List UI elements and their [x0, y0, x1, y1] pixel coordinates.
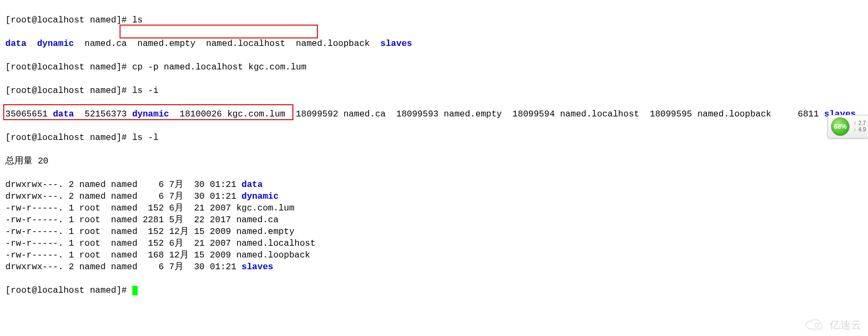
table-row: drwxrwx---. 2 named named 6 7月 30 01:21 …: [5, 261, 863, 273]
watermark: 亿速云: [804, 318, 862, 332]
cloud-logo-icon: [804, 318, 825, 332]
line-lsi: [root@localhost named]# ls -i: [5, 85, 863, 97]
table-row: -rw-r-----. 1 root named 2281 5月 22 2017…: [5, 214, 863, 226]
network-speeds: ↑2.7 ↓4.9: [854, 120, 866, 133]
table-row: -rw-r-----. 1 root named 152 12月 15 2009…: [5, 226, 863, 238]
terminal-output[interactable]: [root@localhost named]# ls data dynamic …: [0, 0, 868, 311]
arrow-up-icon: ↑: [854, 120, 856, 127]
table-row: drwxrwx---. 2 named named 6 7月 30 01:21 …: [5, 179, 863, 191]
arrow-down-icon: ↓: [854, 127, 856, 133]
table-row: -rw-r-----. 1 root named 152 6月 21 2007 …: [5, 238, 863, 249]
usage-gauge-icon: 68%: [831, 118, 849, 136]
table-row: -rw-r-----. 1 root named 168 12月 15 2009…: [5, 249, 863, 261]
table-row: drwxrwx---. 2 named named 6 7月 30 01:21 …: [5, 191, 863, 202]
line-ls: [root@localhost named]# ls: [5, 14, 863, 26]
lsi-output: 35065651 data 52156373 dynamic 18100026 …: [5, 108, 863, 120]
lsl-total: 总用量 20: [5, 155, 863, 167]
ls-output: data dynamic named.ca named.empty named.…: [5, 38, 863, 50]
performance-widget[interactable]: 68% ↑2.7 ↓4.9: [827, 115, 868, 138]
line-prompt-idle: [root@localhost named]#: [5, 285, 863, 296]
svg-point-0: [815, 323, 819, 327]
cursor-icon: [132, 286, 138, 295]
table-row: -rw-r-----. 1 root named 152 6月 21 2007 …: [5, 202, 863, 214]
line-cp: [root@localhost named]# cp -p named.loca…: [5, 61, 863, 73]
line-lsl: [root@localhost named]# ls -l: [5, 132, 863, 144]
